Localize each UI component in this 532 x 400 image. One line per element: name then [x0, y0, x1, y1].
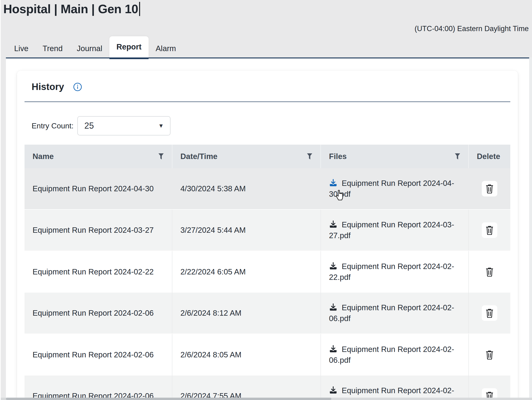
timezone-label: (UTC-04:00) Eastern Daylight Time: [415, 25, 529, 33]
cell-name: Equipment Run Report 2024-02-06: [25, 334, 172, 375]
cell-files: Equipment Run Report 2024-02-06.pdf: [320, 334, 468, 375]
tab-alarm[interactable]: Alarm: [149, 38, 183, 59]
column-header-datetime[interactable]: Date/Time: [172, 145, 320, 168]
file-name: Equipment Run Report 2024-02-06.pdf: [329, 345, 454, 364]
trash-icon: [485, 225, 494, 235]
file-download-link[interactable]: Equipment Run Report 2024-02-22.pdf: [329, 261, 460, 283]
table-row: Equipment Run Report 2024-04-30 4/30/202…: [25, 168, 510, 210]
cell-datetime: 2/6/2024 8:05 AM: [172, 334, 320, 375]
cell-name: Equipment Run Report 2024-04-30: [25, 168, 172, 209]
file-download-link[interactable]: Equipment Run Report 2024-04-30.pdf: [329, 178, 460, 200]
download-icon[interactable]: [329, 262, 337, 270]
cell-files: Equipment Run Report 2024-03-27.pdf: [320, 210, 468, 251]
column-label: Delete: [477, 152, 500, 161]
filter-icon[interactable]: [307, 153, 312, 160]
entry-count-value: 25: [78, 121, 94, 131]
tab-journal[interactable]: Journal: [70, 38, 109, 59]
file-download-link[interactable]: Equipment Run Report 2024-03-27.pdf: [329, 219, 460, 241]
delete-button[interactable]: [482, 264, 497, 280]
horizontal-scrollbar[interactable]: [0, 398, 532, 400]
history-heading-row: History: [25, 71, 510, 92]
table-header-row: Name Date/Time Files Delete: [25, 145, 510, 168]
download-icon[interactable]: [329, 303, 337, 311]
cell-datetime: 2/6/2024 8:12 AM: [172, 293, 320, 333]
column-header-delete: Delete: [468, 145, 510, 168]
tab-trend[interactable]: Trend: [36, 38, 70, 59]
download-icon[interactable]: [329, 220, 337, 228]
table-row: Equipment Run Report 2024-02-06 2/6/2024…: [25, 334, 510, 375]
cell-files: Equipment Run Report 2024-02-06.pdf: [320, 293, 468, 333]
cell-datetime: 4/30/2024 5:38 AM: [172, 168, 320, 209]
delete-button[interactable]: [482, 222, 497, 238]
mouse-cursor-hand: [335, 189, 345, 201]
column-label: Files: [329, 152, 347, 161]
cell-delete: [468, 168, 510, 209]
horizontal-scrollbar-thumb[interactable]: [6, 398, 331, 400]
entry-count-label: Entry Count:: [32, 122, 74, 130]
page-title-wrap[interactable]: Hospital | Main | Gen 10: [3, 2, 140, 16]
filter-icon[interactable]: [158, 153, 164, 160]
tab-bar: Live Trend Journal Report Alarm: [7, 36, 183, 59]
entry-count-select[interactable]: 25 ▼: [77, 116, 171, 135]
cell-delete: [468, 375, 510, 400]
column-header-name[interactable]: Name: [25, 145, 172, 168]
filter-icon[interactable]: [455, 153, 460, 160]
chevron-down-icon: ▼: [158, 123, 164, 129]
cell-name: Equipment Run Report 2024-02-06: [25, 375, 172, 400]
cell-delete: [468, 334, 510, 375]
delete-button[interactable]: [482, 181, 497, 197]
info-icon[interactable]: [73, 82, 82, 91]
file-name: Equipment Run Report 2024-02-22.pdf: [329, 262, 454, 282]
cell-delete: [468, 251, 510, 293]
file-download-link[interactable]: Equipment Run Report 2024-02-06.pdf: [329, 344, 460, 366]
cell-files: Equipment Run Report 2024-02-06.pdf: [320, 375, 468, 400]
page-title[interactable]: Hospital | Main | Gen 10: [3, 2, 138, 16]
cell-datetime: 2/6/2024 7:55 AM: [172, 375, 320, 400]
tab-report[interactable]: Report: [109, 36, 149, 59]
delete-button[interactable]: [482, 305, 497, 321]
heading-divider: [25, 102, 510, 102]
trash-icon: [485, 267, 494, 277]
file-name: Equipment Run Report 2024-03-27.pdf: [329, 220, 454, 240]
entry-count-row: Entry Count: 25 ▼: [32, 116, 510, 135]
column-label: Name: [32, 152, 54, 161]
text-cursor: [139, 2, 140, 16]
file-download-link[interactable]: Equipment Run Report 2024-02-06.pdf: [329, 302, 460, 324]
cell-datetime: 2/22/2024 6:05 AM: [172, 251, 320, 293]
file-name: Equipment Run Report 2024-04-30.pdf: [329, 179, 454, 198]
cell-files: Equipment Run Report 2024-02-22.pdf: [320, 251, 468, 293]
file-name: Equipment Run Report 2024-02-06.pdf: [329, 303, 454, 323]
cell-name: Equipment Run Report 2024-02-22: [25, 251, 172, 293]
trash-icon: [485, 350, 494, 359]
left-gutter: [1, 57, 6, 400]
column-label: Date/Time: [180, 152, 217, 161]
cell-name: Equipment Run Report 2024-03-27: [25, 210, 172, 251]
cell-delete: [468, 210, 510, 251]
table-row: Equipment Run Report 2024-02-22 2/22/202…: [25, 251, 510, 293]
table-row: Equipment Run Report 2024-02-06 2/6/2024…: [25, 293, 510, 334]
tab-live[interactable]: Live: [7, 38, 36, 59]
cell-delete: [468, 293, 510, 333]
table-row: Equipment Run Report 2024-02-06 2/6/2024…: [25, 375, 510, 400]
cell-name: Equipment Run Report 2024-02-06: [25, 293, 172, 333]
column-header-files[interactable]: Files: [320, 145, 468, 168]
vertical-scrollbar[interactable]: [529, 57, 532, 400]
download-icon[interactable]: [329, 178, 337, 187]
app-window: Hospital | Main | Gen 10 (UTC-04:00) Eas…: [0, 0, 532, 400]
download-icon[interactable]: [329, 345, 337, 353]
delete-button[interactable]: [482, 347, 497, 363]
trash-icon: [485, 184, 494, 193]
trash-icon: [485, 308, 494, 318]
cell-datetime: 3/27/2024 5:44 AM: [172, 210, 320, 251]
window-left-edge: [0, 0, 1, 400]
history-card: History Entry Count: 25 ▼ Name: [17, 71, 518, 400]
table-row: Equipment Run Report 2024-03-27 3/27/202…: [25, 210, 510, 251]
history-heading: History: [32, 81, 64, 92]
cell-files: Equipment Run Report 2024-04-30.pdf: [320, 168, 468, 209]
history-table: Name Date/Time Files Delete Equipment Ru…: [25, 145, 510, 400]
download-icon[interactable]: [329, 386, 337, 394]
